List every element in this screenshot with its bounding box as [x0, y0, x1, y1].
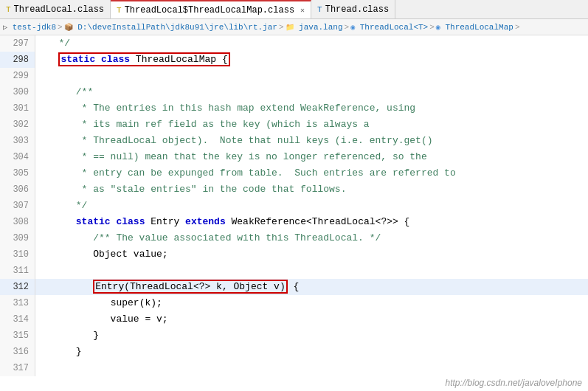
threadlocalmap-icon: T [117, 6, 122, 15]
line-content-301: * The entries in this hash map extend We… [35, 100, 588, 117]
breadcrumb-package[interactable]: 📁 java.lang [286, 23, 343, 32]
code-line-317: 317 [0, 360, 588, 376]
code-line-309: 309 /** The value associated with this T… [0, 230, 588, 246]
line-content-302: * its main ref field as the key (which i… [35, 117, 588, 133]
line-content-300: /** [35, 84, 588, 100]
line-content-304: * == null) mean that the key is no longe… [35, 149, 588, 165]
code-line-303: 303 * ThreadLocal object). Note that nul… [0, 133, 588, 149]
tab-threadlocalmap[interactable]: T ThreadLocal$ThreadLocalMap.class ✕ [111, 0, 311, 18]
code-line-313: 313 super(k); [0, 295, 588, 311]
line-number-300: 300 [0, 84, 35, 100]
breadcrumb-jar[interactable]: 📦 D:\deveInstallPath\jdk8u91\jre\lib\rt.… [64, 23, 277, 32]
tab-bar: T ThreadLocal.class T ThreadLocal$Thread… [0, 0, 588, 19]
watermark: http://blog.csdn.net/javaloveIphone [446, 378, 582, 388]
line-content-305: * entry can be expunged from table. Such… [35, 165, 588, 181]
line-number-313: 313 [0, 295, 35, 311]
line-number-317: 317 [0, 360, 35, 376]
line-content-307: */ [35, 198, 588, 214]
line-content-306: * as "stale entries" in the code that fo… [35, 181, 588, 198]
code-line-302: 302 * its main ref field as the key (whi… [0, 117, 588, 133]
line-content-312: Entry(ThreadLocal<?> k, Object v) { [35, 279, 588, 295]
line-number-311: 311 [0, 263, 35, 279]
line-content-314: value = v; [35, 311, 588, 328]
breadcrumb-bar: ▷ test-jdk8 > 📦 D:\deveInstallPath\jdk8u… [0, 19, 588, 35]
code-line-307: 307 */ [0, 198, 588, 214]
code-line-310: 310 Object value; [0, 246, 588, 263]
code-line-312: 312 Entry(ThreadLocal<?> k, Object v) { [0, 279, 588, 295]
line-number-312: 312 [0, 279, 35, 295]
line-number-303: 303 [0, 133, 35, 149]
threadlocal-icon: T [6, 5, 11, 14]
code-line-315: 315 } [0, 328, 588, 344]
code-line-300: 300 /** [0, 84, 588, 100]
line-number-310: 310 [0, 246, 35, 263]
line-content-313: super(k); [35, 295, 588, 311]
code-editor: 297 */ 298 static class ThreadLocalMap {… [0, 35, 588, 391]
line-number-304: 304 [0, 149, 35, 165]
line-content-316: } [35, 344, 588, 360]
line-content-297: */ [35, 35, 588, 52]
breadcrumb-project[interactable]: ▷ test-jdk8 [3, 23, 56, 32]
tab-thread-label: Thread.class [325, 4, 389, 15]
breadcrumb-class[interactable]: ◉ ThreadLocal<T> [350, 23, 428, 32]
line-content-315: } [35, 328, 588, 344]
line-content-303: * ThreadLocal object). Note that null ke… [35, 133, 588, 149]
line-number-314: 314 [0, 311, 35, 328]
line-content-309: /** The value associated with this Threa… [35, 230, 588, 246]
code-line-298: 298 static class ThreadLocalMap { [0, 52, 588, 68]
line-number-297: 297 [0, 35, 35, 52]
code-line-299: 299 [0, 68, 588, 84]
tab-thread[interactable]: T Thread.class [311, 0, 395, 18]
line-number-306: 306 [0, 181, 35, 198]
code-line-297: 297 */ [0, 35, 588, 52]
code-line-308: 308 static class Entry extends WeakRefer… [0, 214, 588, 230]
tab-threadlocal[interactable]: T ThreadLocal.class [0, 0, 111, 18]
line-number-316: 316 [0, 344, 35, 360]
thread-icon: T [317, 5, 322, 14]
line-content-298: static class ThreadLocalMap { [35, 52, 588, 68]
line-number-301: 301 [0, 100, 35, 117]
line-number-307: 307 [0, 198, 35, 214]
line-number-308: 308 [0, 214, 35, 230]
code-line-316: 316 } [0, 344, 588, 360]
code-line-306: 306 * as "stale entries" in the code tha… [0, 181, 588, 198]
line-number-302: 302 [0, 117, 35, 133]
line-number-305: 305 [0, 165, 35, 181]
line-content-308: static class Entry extends WeakReference… [35, 214, 588, 230]
code-line-314: 314 value = v; [0, 311, 588, 328]
line-number-315: 315 [0, 328, 35, 344]
tab-threadlocalmap-label: ThreadLocal$ThreadLocalMap.class [125, 5, 294, 15]
line-number-309: 309 [0, 230, 35, 246]
line-number-299: 299 [0, 68, 35, 84]
line-number-298: 298 [0, 52, 35, 68]
breadcrumb-innerclass[interactable]: ◉ ThreadLocalMap [436, 23, 513, 32]
code-line-301: 301 * The entries in this hash map exten… [0, 100, 588, 117]
code-line-311: 311 [0, 263, 588, 279]
code-line-304: 304 * == null) mean that the key is no l… [0, 149, 588, 165]
tab-threadlocal-label: ThreadLocal.class [14, 4, 104, 15]
line-content-310: Object value; [35, 246, 588, 263]
tab-close-icon[interactable]: ✕ [300, 6, 305, 15]
code-line-305: 305 * entry can be expunged from table. … [0, 165, 588, 181]
